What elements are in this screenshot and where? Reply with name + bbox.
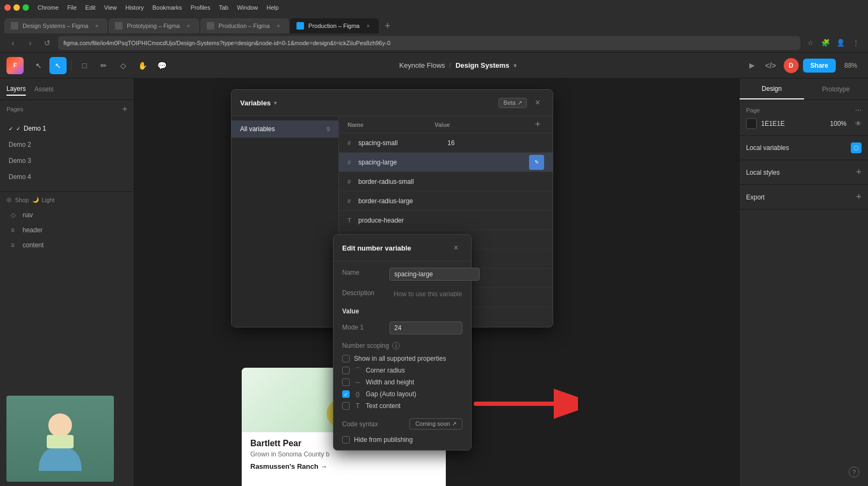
browser-tab-1[interactable]: Design Systems – Figma ×: [4, 18, 107, 33]
tab-close-2[interactable]: ×: [184, 22, 193, 30]
menu-history[interactable]: History: [125, 4, 143, 11]
menu-help[interactable]: Help: [266, 4, 279, 11]
comment-tool[interactable]: 💬: [153, 57, 170, 74]
show-all-checkbox[interactable]: [342, 355, 350, 362]
table-row[interactable]: # spacing-small 16: [339, 133, 553, 153]
browser-tab-2[interactable]: Prototyping – Figma ×: [108, 18, 199, 33]
forward-button[interactable]: ›: [24, 37, 37, 49]
component-tool[interactable]: ◇: [114, 57, 132, 74]
browser-tab-3[interactable]: Production – Figma ×: [200, 18, 289, 33]
file-dropdown-icon[interactable]: ▾: [513, 62, 517, 69]
description-input[interactable]: [389, 288, 479, 300]
preview-card-link[interactable]: Rasmussen's Ranch →: [250, 462, 437, 470]
page-item-demo3[interactable]: Demo 3: [0, 153, 134, 169]
text-checkbox[interactable]: [342, 402, 350, 410]
page-section-expand-icon[interactable]: ⋯: [855, 106, 862, 114]
name-input[interactable]: [389, 268, 480, 281]
variables-sidebar: All variables 9: [232, 116, 339, 327]
hand-tool[interactable]: ✋: [134, 57, 151, 74]
project-name[interactable]: Keynote Flows: [399, 61, 445, 69]
add-local-style-button[interactable]: +: [856, 167, 862, 178]
maximize-traffic-light[interactable]: [23, 4, 29, 11]
layers-tab[interactable]: Layers: [6, 83, 26, 96]
tab-close-1[interactable]: ×: [92, 22, 101, 30]
bookmark-icon[interactable]: ☆: [805, 37, 816, 49]
table-row[interactable]: # border-radius-large: [339, 191, 553, 211]
menu-profiles[interactable]: Profiles: [191, 4, 211, 11]
add-export-button[interactable]: +: [856, 191, 862, 203]
menu-bookmarks[interactable]: Bookmarks: [153, 4, 182, 11]
refresh-button[interactable]: ↺: [41, 37, 54, 49]
table-row[interactable]: # border-radius-small: [339, 172, 553, 191]
help-button[interactable]: ?: [849, 467, 859, 477]
table-row[interactable]: T produce-header: [339, 211, 553, 230]
local-variables-icon[interactable]: ⬡: [851, 142, 862, 153]
layer-content[interactable]: ≡ content: [0, 238, 134, 253]
page-item-demo4[interactable]: Demo 4: [0, 169, 134, 185]
var-value-spacing-small: 16: [447, 139, 544, 147]
text-icon-1: T: [348, 217, 358, 224]
new-tab-button[interactable]: +: [380, 18, 395, 33]
prototype-tab[interactable]: Prototype: [804, 78, 869, 99]
zoom-level[interactable]: 88%: [840, 60, 862, 72]
mode-value[interactable]: 24: [389, 321, 462, 334]
menu-file[interactable]: File: [67, 4, 77, 11]
export-section: Export +: [740, 185, 868, 210]
figma-logo[interactable]: F: [6, 57, 24, 74]
variables-dropdown-icon[interactable]: ▾: [274, 100, 277, 106]
frame-tool[interactable]: □: [76, 57, 93, 74]
width-height-checkbox[interactable]: [342, 378, 350, 386]
back-button[interactable]: ‹: [6, 37, 19, 49]
share-button[interactable]: Share: [803, 59, 836, 73]
menu-view[interactable]: View: [104, 4, 117, 11]
name-label: Name: [342, 268, 385, 276]
all-variables-item[interactable]: All variables 9: [232, 120, 338, 138]
close-traffic-light[interactable]: [4, 4, 11, 11]
variables-close-button[interactable]: ×: [531, 96, 544, 109]
move-tool[interactable]: ↖: [49, 57, 67, 74]
description-row: Description: [342, 288, 462, 300]
select-tool[interactable]: ↖: [30, 57, 47, 74]
extensions-icon[interactable]: 🧩: [820, 37, 831, 49]
pages-label: Pages: [6, 106, 23, 112]
profile-icon[interactable]: 👤: [835, 37, 847, 49]
menu-window[interactable]: Window: [237, 4, 258, 11]
corner-checkbox[interactable]: [342, 367, 350, 374]
coming-soon-badge[interactable]: Coming soon ↗: [409, 418, 462, 430]
code-view-icon[interactable]: </>: [762, 57, 779, 74]
user-avatar[interactable]: D: [784, 58, 799, 73]
address-bar[interactable]: figma.com/file/io4m0PsqTOIPHICmocdUjo/De…: [58, 36, 800, 50]
menu-edit[interactable]: Edit: [85, 4, 96, 11]
browser-tab-4[interactable]: Production – Figma ×: [290, 18, 379, 33]
menu-chrome[interactable]: Chrome: [38, 4, 59, 11]
menu-icon[interactable]: ⋮: [850, 37, 862, 49]
tab-favicon-4: [296, 22, 304, 30]
var-edit-action[interactable]: ✎: [529, 155, 544, 170]
present-icon[interactable]: ▶: [746, 60, 758, 72]
layer-header[interactable]: ≡ header: [0, 223, 134, 238]
hide-publishing-checkbox[interactable]: [342, 436, 350, 444]
tab-close-4[interactable]: ×: [364, 22, 372, 30]
beta-badge[interactable]: Beta ↗: [498, 98, 527, 108]
gap-checkbox[interactable]: ✓: [342, 390, 350, 398]
page-item-demo1[interactable]: ✓ Demo 1: [0, 120, 134, 137]
assets-tab[interactable]: Assets: [34, 83, 54, 95]
scoping-info-button[interactable]: i: [392, 342, 400, 349]
canvas-area[interactable]: Variables ▾ Beta ↗ × All variables 9: [134, 78, 739, 486]
table-row[interactable]: # spacing-large ✎: [339, 153, 553, 172]
design-tab[interactable]: Design: [740, 78, 804, 99]
layer-nav[interactable]: ◇ nav: [0, 208, 134, 223]
page-color-swatch[interactable]: [746, 118, 757, 129]
file-name[interactable]: Design Systems: [455, 61, 509, 69]
page-visibility-icon[interactable]: 👁: [855, 120, 862, 127]
minimize-traffic-light[interactable]: [13, 4, 20, 11]
add-variable-button[interactable]: +: [531, 118, 544, 131]
pen-tool[interactable]: ✏: [95, 57, 112, 74]
pages-header: Pages +: [0, 100, 134, 118]
edit-var-close-button[interactable]: ×: [450, 241, 462, 254]
add-page-icon[interactable]: +: [122, 104, 127, 114]
menu-tab[interactable]: Tab: [219, 4, 228, 11]
size-icon: ↔: [354, 378, 361, 386]
tab-close-3[interactable]: ×: [274, 22, 283, 30]
page-item-demo2[interactable]: Demo 2: [0, 137, 134, 153]
